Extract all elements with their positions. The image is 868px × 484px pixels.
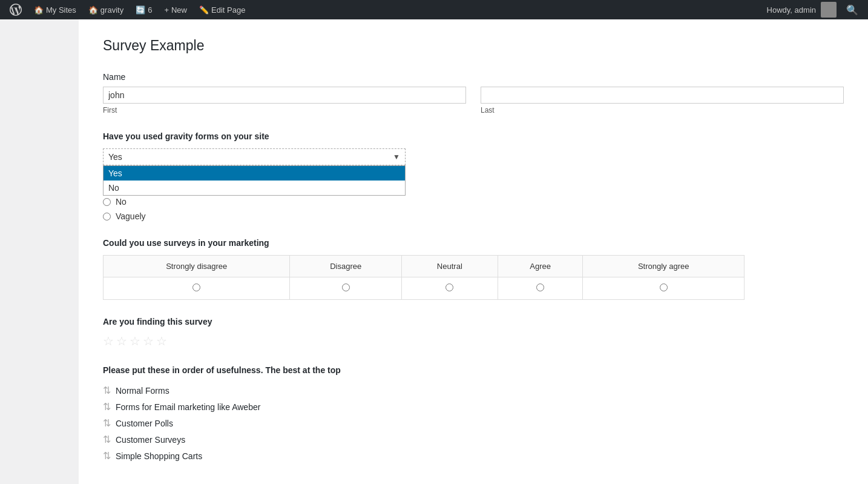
likert-table: Strongly disagree Disagree Neutral Agree… bbox=[103, 255, 745, 300]
sortable-label: Please put these in order of usefulness.… bbox=[103, 365, 844, 375]
list-item-normal-forms[interactable]: ⇅ Normal Forms bbox=[103, 382, 844, 399]
updates-button[interactable]: 🔄 6 bbox=[131, 0, 157, 19]
likert-radio-sa[interactable] bbox=[660, 283, 668, 291]
star-2[interactable]: ☆ bbox=[116, 334, 127, 348]
likert-radio-n[interactable] bbox=[446, 283, 453, 291]
chevron-down-icon: ▼ bbox=[393, 153, 400, 161]
wp-logo-button[interactable] bbox=[5, 0, 27, 19]
sort-handle-icon-5: ⇅ bbox=[103, 450, 111, 462]
likert-radio-a[interactable] bbox=[536, 283, 544, 291]
sort-handle-icon-3: ⇅ bbox=[103, 417, 111, 429]
likert-question-label: Could you use surveys in your marketing bbox=[103, 238, 844, 248]
first-name-group: First bbox=[103, 87, 466, 114]
site-icon: 🏠 bbox=[88, 5, 98, 15]
likert-radio-sd[interactable] bbox=[192, 283, 200, 291]
admin-bar-right: Howdy, admin 🔍 bbox=[767, 2, 863, 18]
update-count: 6 bbox=[148, 5, 152, 15]
page-wrapper: Survey Example Name First Last Have you … bbox=[0, 19, 868, 484]
gravity-question-section: Have you used gravity forms on your site… bbox=[103, 131, 844, 165]
dropdown-options: Yes No bbox=[103, 165, 406, 196]
star-rating-widget: ☆ ☆ ☆ ☆ ☆ bbox=[103, 334, 844, 348]
edit-page-button[interactable]: ✏️ Edit Page bbox=[194, 0, 250, 19]
star-3[interactable]: ☆ bbox=[130, 334, 140, 348]
radio-item-vaguely: Vaguely bbox=[103, 211, 844, 221]
likert-col-disagree: Disagree bbox=[290, 256, 401, 277]
likert-cell-a bbox=[498, 277, 583, 300]
star-4[interactable]: ☆ bbox=[143, 334, 154, 348]
likert-section: Could you use surveys in your marketing … bbox=[103, 238, 844, 300]
likert-col-strongly-agree: Strongly agree bbox=[583, 256, 745, 277]
edit-icon: ✏️ bbox=[199, 5, 209, 15]
admin-bar: 🏠 My Sites 🏠 gravity 🔄 6 + New ✏️ Edit P… bbox=[0, 0, 868, 19]
list-item-label-email-forms: Forms for Email marketing like Aweber bbox=[116, 402, 260, 412]
star-5[interactable]: ☆ bbox=[156, 334, 167, 348]
radio-vaguely-input[interactable] bbox=[103, 213, 111, 220]
sidebar bbox=[0, 19, 79, 484]
sortable-section: Please put these in order of usefulness.… bbox=[103, 365, 844, 464]
list-item-label-shopping-carts: Simple Shopping Carts bbox=[116, 451, 202, 461]
likert-data-row bbox=[104, 277, 745, 300]
first-name-input[interactable] bbox=[103, 87, 466, 104]
radio-no-label: No bbox=[116, 197, 127, 207]
search-icon[interactable]: 🔍 bbox=[841, 4, 863, 16]
name-section: Name First Last bbox=[103, 72, 844, 114]
new-button[interactable]: + New bbox=[159, 0, 192, 19]
site-name-button[interactable]: 🏠 gravity bbox=[84, 0, 128, 19]
likert-col-strongly-disagree: Strongly disagree bbox=[104, 256, 290, 277]
list-item-customer-surveys[interactable]: ⇅ Customer Surveys bbox=[103, 431, 844, 448]
likert-cell-n bbox=[401, 277, 498, 300]
likert-cell-sa bbox=[583, 277, 745, 300]
howdy-label: Howdy, admin bbox=[767, 5, 816, 15]
plus-icon: + bbox=[164, 5, 169, 15]
likert-cell-d bbox=[290, 277, 401, 300]
list-item-label-customer-polls: Customer Polls bbox=[116, 419, 173, 428]
star-rating-section: Are you finding this survey ☆ ☆ ☆ ☆ ☆ bbox=[103, 317, 844, 348]
avatar bbox=[821, 2, 837, 18]
list-item-shopping-carts[interactable]: ⇅ Simple Shopping Carts bbox=[103, 448, 844, 464]
radio-item-no: No bbox=[103, 197, 844, 207]
sort-handle-icon: ⇅ bbox=[103, 385, 111, 396]
last-name-sublabel: Last bbox=[481, 106, 844, 114]
sort-handle-icon-2: ⇅ bbox=[103, 401, 111, 413]
likert-col-agree: Agree bbox=[498, 256, 583, 277]
list-item-label-normal-forms: Normal Forms bbox=[116, 386, 169, 396]
main-content: Survey Example Name First Last Have you … bbox=[79, 19, 868, 484]
list-item-email-forms[interactable]: ⇅ Forms for Email marketing like Aweber bbox=[103, 399, 844, 415]
last-name-input[interactable] bbox=[481, 87, 844, 104]
edit-page-label: Edit Page bbox=[211, 5, 245, 15]
gravity-dropdown-wrapper: Yes ▼ Yes No bbox=[103, 148, 406, 165]
dropdown-option-yes[interactable]: Yes bbox=[104, 166, 405, 181]
my-sites-button[interactable]: 🏠 My Sites bbox=[29, 0, 81, 19]
list-item-customer-polls[interactable]: ⇅ Customer Polls bbox=[103, 415, 844, 431]
first-name-sublabel: First bbox=[103, 106, 466, 114]
name-label: Name bbox=[103, 72, 844, 82]
radio-vaguely-label: Vaguely bbox=[116, 211, 146, 221]
sort-handle-icon-4: ⇅ bbox=[103, 434, 111, 445]
likert-cell-sd bbox=[104, 277, 290, 300]
likert-col-neutral: Neutral bbox=[401, 256, 498, 277]
sortable-list: ⇅ Normal Forms ⇅ Forms for Email marketi… bbox=[103, 382, 844, 464]
gravity-question-label: Have you used gravity forms on your site bbox=[103, 131, 844, 141]
new-label: New bbox=[171, 5, 187, 15]
list-item-label-customer-surveys: Customer Surveys bbox=[116, 435, 185, 445]
wp-logo-icon bbox=[10, 4, 22, 16]
name-fields: First Last bbox=[103, 87, 844, 114]
my-sites-icon: 🏠 bbox=[34, 5, 44, 15]
dropdown-option-no[interactable]: No bbox=[104, 181, 405, 195]
dropdown-selected-value: Yes bbox=[108, 152, 122, 162]
star-rating-label: Are you finding this survey bbox=[103, 317, 844, 327]
likert-radio-d[interactable] bbox=[342, 283, 350, 291]
my-sites-label: My Sites bbox=[46, 5, 76, 15]
updates-icon: 🔄 bbox=[136, 5, 145, 15]
star-1[interactable]: ☆ bbox=[103, 334, 114, 348]
site-label: gravity bbox=[100, 5, 123, 15]
likert-header-row: Strongly disagree Disagree Neutral Agree… bbox=[104, 256, 745, 277]
radio-no-input[interactable] bbox=[103, 198, 111, 206]
gravity-dropdown[interactable]: Yes ▼ bbox=[103, 148, 406, 165]
last-name-group: Last bbox=[481, 87, 844, 114]
page-title: Survey Example bbox=[103, 38, 844, 54]
